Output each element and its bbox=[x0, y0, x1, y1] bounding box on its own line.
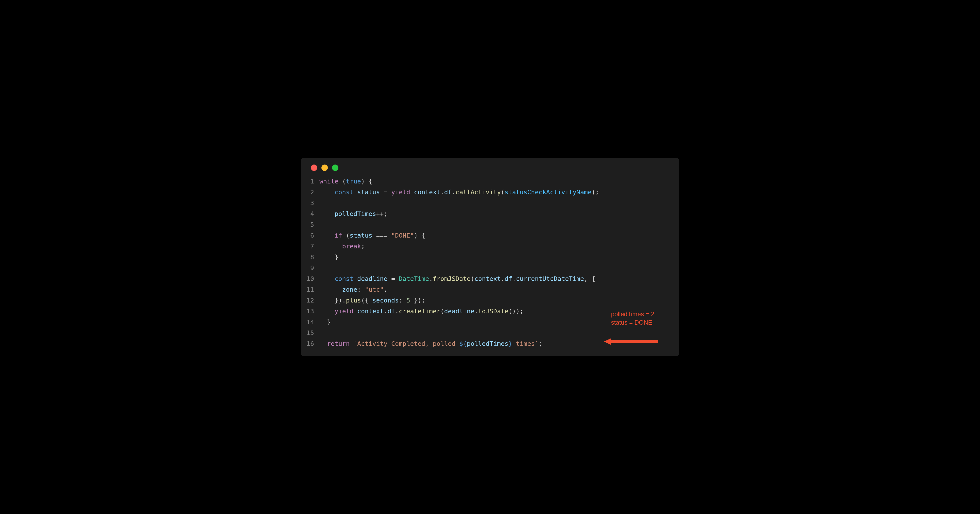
code-content: const deadline = DateTime.fromJSDate(con… bbox=[320, 273, 671, 284]
code-line: 7 break; bbox=[306, 241, 671, 252]
code-line: 10 const deadline = DateTime.fromJSDate(… bbox=[306, 273, 671, 284]
debug-annotation: polledTimes = 2 status = DONE bbox=[611, 310, 654, 327]
line-number: 16 bbox=[306, 338, 320, 349]
code-line: 4 polledTimes++; bbox=[306, 208, 671, 219]
close-icon[interactable] bbox=[311, 165, 317, 171]
code-line: 1 while (true) { bbox=[306, 176, 671, 187]
code-line: 12 }).plus({ seconds: 5 }); bbox=[306, 295, 671, 306]
line-number: 6 bbox=[306, 230, 320, 241]
code-line: 11 zone: "utc", bbox=[306, 284, 671, 295]
code-line: 15 bbox=[306, 327, 671, 338]
annotation-line: polledTimes = 2 bbox=[611, 310, 654, 318]
line-number: 14 bbox=[306, 317, 320, 327]
line-number: 1 bbox=[306, 176, 320, 187]
code-line: 6 if (status === "DONE") { bbox=[306, 230, 671, 241]
minimize-icon[interactable] bbox=[321, 165, 328, 171]
code-content: break; bbox=[320, 241, 671, 252]
line-number: 15 bbox=[306, 327, 320, 338]
line-number: 11 bbox=[306, 284, 320, 295]
annotation-line: status = DONE bbox=[611, 318, 654, 327]
code-line: 5 bbox=[306, 219, 671, 230]
line-number: 9 bbox=[306, 262, 320, 273]
arrow-icon bbox=[604, 338, 658, 345]
code-line: 8 } bbox=[306, 252, 671, 262]
line-number: 4 bbox=[306, 208, 320, 219]
code-line: 9 bbox=[306, 262, 671, 273]
code-editor[interactable]: 1 while (true) { 2 const status = yield … bbox=[301, 176, 679, 349]
code-content: zone: "utc", bbox=[320, 284, 671, 295]
line-number: 2 bbox=[306, 187, 320, 197]
line-number: 12 bbox=[306, 295, 320, 306]
line-number: 3 bbox=[306, 197, 320, 208]
line-number: 10 bbox=[306, 273, 320, 284]
code-editor-window: 1 while (true) { 2 const status = yield … bbox=[301, 158, 679, 356]
window-titlebar bbox=[301, 158, 679, 176]
code-content: } bbox=[320, 252, 671, 262]
line-number: 8 bbox=[306, 252, 320, 262]
code-content: }).plus({ seconds: 5 }); bbox=[320, 295, 671, 306]
code-content: if (status === "DONE") { bbox=[320, 230, 671, 241]
line-number: 13 bbox=[306, 306, 320, 317]
maximize-icon[interactable] bbox=[332, 165, 339, 171]
code-line: 2 const status = yield context.df.callAc… bbox=[306, 187, 671, 197]
code-content: polledTimes++; bbox=[320, 208, 671, 219]
line-number: 5 bbox=[306, 219, 320, 230]
line-number: 7 bbox=[306, 241, 320, 252]
code-content: while (true) { bbox=[320, 176, 671, 187]
code-content: const status = yield context.df.callActi… bbox=[320, 187, 671, 197]
code-line: 3 bbox=[306, 197, 671, 208]
